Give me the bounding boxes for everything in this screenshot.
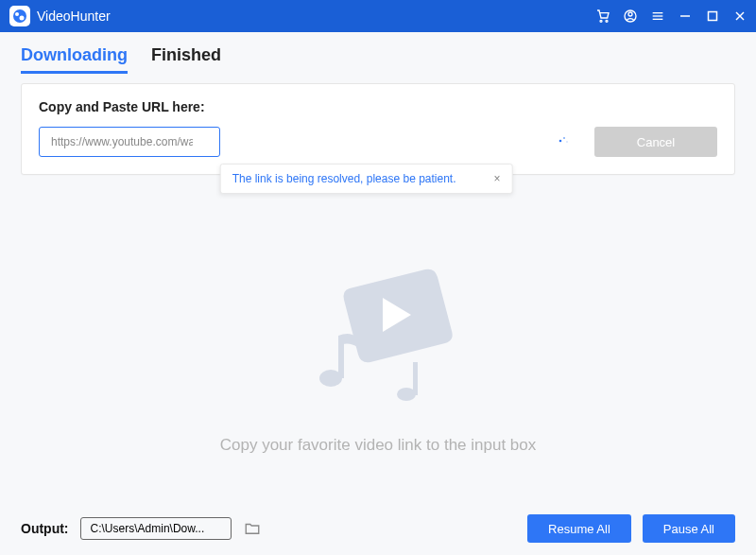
bottom-bar: Output: C:\Users\Admin\Dow... Resume All… xyxy=(0,502,756,555)
svg-rect-21 xyxy=(413,362,418,395)
main-tabs: Downloading Finished xyxy=(0,32,756,74)
tooltip-close-icon[interactable]: × xyxy=(494,172,501,185)
svg-point-6 xyxy=(628,12,632,16)
placeholder-text: Copy your favorite video link to the inp… xyxy=(220,436,537,455)
tab-finished[interactable]: Finished xyxy=(151,45,221,74)
main-empty-area: Copy your favorite video link to the inp… xyxy=(0,175,756,502)
cart-icon[interactable] xyxy=(594,8,611,25)
svg-point-14 xyxy=(559,140,562,143)
menu-icon[interactable] xyxy=(649,8,666,25)
svg-rect-11 xyxy=(709,12,717,21)
pause-all-button[interactable]: Pause All xyxy=(643,514,735,543)
url-input[interactable] xyxy=(39,127,220,157)
placeholder-illustration-icon xyxy=(284,241,472,415)
tab-downloading[interactable]: Downloading xyxy=(21,45,128,74)
output-path[interactable]: C:\Users\Admin\Dow... xyxy=(80,517,232,540)
svg-point-2 xyxy=(20,16,25,21)
tooltip-message: The link is being resolved, please be pa… xyxy=(232,172,456,185)
window-controls xyxy=(594,8,748,25)
app-logo-icon xyxy=(9,6,30,26)
output-label: Output: xyxy=(21,521,69,536)
resume-all-button[interactable]: Resume All xyxy=(527,514,631,543)
svg-point-3 xyxy=(600,20,602,22)
maximize-button[interactable] xyxy=(704,8,721,25)
svg-point-1 xyxy=(15,12,19,16)
loading-spinner-icon xyxy=(558,133,570,150)
url-panel: Copy and Paste URL here: Cancel The link… xyxy=(21,83,735,175)
logo-wrap: VideoHunter xyxy=(9,6,111,26)
minimize-button[interactable] xyxy=(677,8,694,25)
browse-folder-icon[interactable] xyxy=(243,520,262,537)
account-icon[interactable] xyxy=(622,8,639,25)
close-button[interactable] xyxy=(731,8,748,25)
svg-point-0 xyxy=(13,9,26,23)
app-title: VideoHunter xyxy=(37,9,111,24)
cancel-button[interactable]: Cancel xyxy=(594,127,717,157)
svg-point-16 xyxy=(566,141,568,143)
title-bar: VideoHunter xyxy=(0,0,756,32)
url-input-wrap xyxy=(39,127,577,157)
svg-point-15 xyxy=(563,137,565,139)
resolving-tooltip: The link is being resolved, please be pa… xyxy=(220,164,513,194)
svg-point-4 xyxy=(606,20,608,22)
url-label: Copy and Paste URL here: xyxy=(39,99,717,114)
